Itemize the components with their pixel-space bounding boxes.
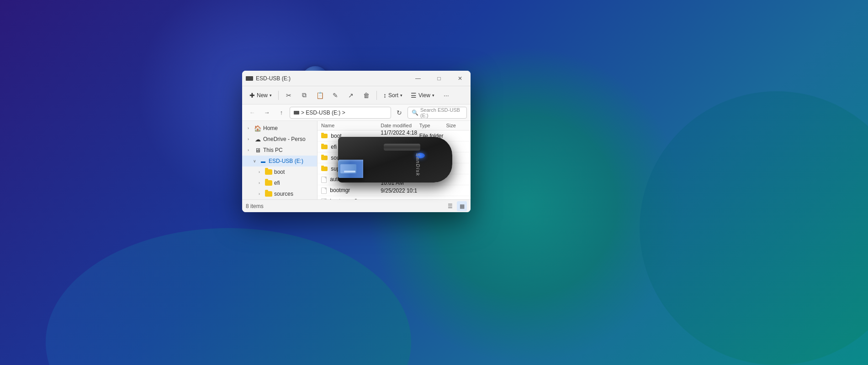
address-bar: ← → ↑ > ESD-USB (E:) > ↻ 🔍 Search ESD-US… bbox=[242, 104, 471, 121]
share-button[interactable]: ↗ bbox=[344, 88, 358, 103]
usb-clip bbox=[384, 144, 420, 151]
toolbar: ✚ New ▾ ✂ ⧉ 📋 ✎ ↗ 🗑 ↕ Sort ▾ ☰ View ▾ ··… bbox=[242, 86, 471, 104]
usb-brand-logo: SanDisk bbox=[415, 153, 421, 176]
sidebar-item-boot[interactable]: › boot bbox=[242, 167, 317, 177]
paste-button[interactable]: 📋 bbox=[312, 88, 327, 103]
refresh-button[interactable]: ↻ bbox=[393, 106, 406, 119]
toolbar-sep-2 bbox=[376, 91, 377, 100]
search-icon: 🔍 bbox=[412, 110, 418, 116]
new-icon: ✚ bbox=[249, 92, 255, 99]
usb-drive: SanDisk bbox=[320, 128, 466, 219]
title-bar-drive-icon bbox=[246, 76, 253, 81]
expand-icon: › bbox=[259, 192, 263, 196]
back-button[interactable]: ← bbox=[246, 106, 259, 119]
sidebar-item-usb[interactable]: ∨ ▬ ESD-USB (E:) bbox=[242, 156, 317, 167]
expand-icon: › bbox=[248, 126, 252, 130]
view-icon: ☰ bbox=[411, 92, 417, 99]
sidebar-item-home[interactable]: › 🏠 Home bbox=[242, 123, 317, 134]
expand-icon: › bbox=[259, 181, 263, 185]
sidebar-home-label: Home bbox=[263, 125, 278, 131]
expand-icon: › bbox=[248, 137, 252, 141]
sidebar-thispc-label: This PC bbox=[263, 147, 283, 153]
sidebar: › 🏠 Home › ☁ OneDrive - Perso › 🖥 This P… bbox=[242, 121, 318, 199]
usb-connector-inner bbox=[340, 164, 356, 173]
sidebar-boot-label: boot bbox=[274, 169, 285, 175]
usb-body: SanDisk bbox=[338, 137, 452, 182]
sidebar-item-thispc[interactable]: › 🖥 This PC bbox=[242, 145, 317, 156]
minimize-button[interactable]: — bbox=[408, 71, 429, 86]
expand-icon: › bbox=[248, 148, 252, 152]
sort-button[interactable]: ↕ Sort ▾ bbox=[380, 90, 406, 101]
window-controls: — □ ✕ bbox=[408, 71, 471, 86]
sidebar-item-efi[interactable]: › efi bbox=[242, 177, 317, 188]
sidebar-usb-label: ESD-USB (E:) bbox=[269, 158, 303, 164]
copy-button[interactable]: ⧉ bbox=[297, 88, 312, 103]
title-bar: ESD-USB (E:) — □ ✕ bbox=[242, 71, 471, 86]
maximize-button[interactable]: □ bbox=[429, 71, 450, 86]
home-icon: 🏠 bbox=[254, 125, 261, 131]
cut-button[interactable]: ✂ bbox=[281, 88, 296, 103]
close-button[interactable]: ✕ bbox=[450, 71, 471, 86]
sidebar-item-onedrive[interactable]: › ☁ OneDrive - Perso bbox=[242, 134, 317, 145]
usb-connector-contact bbox=[344, 171, 355, 172]
expand-icon: › bbox=[259, 170, 263, 174]
drive-path-icon bbox=[294, 111, 299, 115]
forward-button[interactable]: → bbox=[260, 106, 273, 119]
rename-button[interactable]: ✎ bbox=[328, 88, 343, 103]
sidebar-sources-label: sources bbox=[274, 191, 293, 197]
address-path[interactable]: > ESD-USB (E:) > bbox=[290, 107, 391, 119]
pc-icon: 🖥 bbox=[254, 147, 261, 153]
onedrive-icon: ☁ bbox=[254, 136, 261, 142]
folder-boot-icon bbox=[265, 169, 272, 175]
folder-efi-icon bbox=[265, 180, 272, 186]
sort-icon: ↕ bbox=[383, 92, 386, 99]
sidebar-item-sources[interactable]: › sources bbox=[242, 188, 317, 199]
sidebar-onedrive-label: OneDrive - Perso bbox=[263, 136, 306, 142]
address-path-text: > ESD-USB (E:) > bbox=[301, 110, 345, 116]
toolbar-sep-1 bbox=[278, 91, 279, 100]
folder-sources-icon bbox=[265, 191, 272, 197]
usb-connector bbox=[338, 160, 363, 178]
up-button[interactable]: ↑ bbox=[275, 106, 288, 119]
delete-button[interactable]: 🗑 bbox=[359, 88, 374, 103]
search-box[interactable]: 🔍 Search ESD-USB (E:) bbox=[408, 107, 467, 119]
more-button[interactable]: ··· bbox=[439, 88, 454, 103]
expand-icon: ∨ bbox=[253, 159, 258, 163]
search-placeholder: Search ESD-USB (E:) bbox=[420, 107, 463, 118]
new-button[interactable]: ✚ New ▾ bbox=[246, 90, 275, 101]
item-count: 8 items bbox=[246, 203, 264, 209]
usb-icon: ▬ bbox=[259, 158, 267, 164]
sidebar-efi-label: efi bbox=[274, 180, 280, 186]
view-button[interactable]: ☰ View ▾ bbox=[407, 90, 438, 101]
